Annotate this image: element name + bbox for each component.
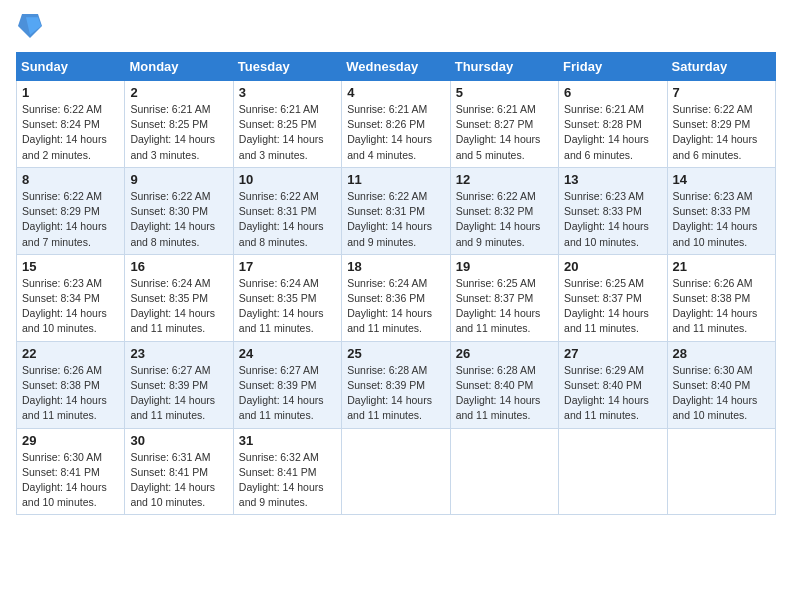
day-number: 1 [22, 85, 119, 100]
day-number: 23 [130, 346, 227, 361]
day-info: Sunrise: 6:22 AM Sunset: 8:31 PM Dayligh… [347, 189, 444, 250]
calendar-day-cell: 6 Sunrise: 6:21 AM Sunset: 8:28 PM Dayli… [559, 81, 667, 168]
logo-icon [18, 12, 42, 40]
day-info: Sunrise: 6:30 AM Sunset: 8:40 PM Dayligh… [673, 363, 770, 424]
calendar-day-cell: 21 Sunrise: 6:26 AM Sunset: 8:38 PM Dayl… [667, 254, 775, 341]
day-number: 22 [22, 346, 119, 361]
day-number: 10 [239, 172, 336, 187]
day-info: Sunrise: 6:21 AM Sunset: 8:26 PM Dayligh… [347, 102, 444, 163]
calendar-week-row: 1 Sunrise: 6:22 AM Sunset: 8:24 PM Dayli… [17, 81, 776, 168]
day-info: Sunrise: 6:22 AM Sunset: 8:32 PM Dayligh… [456, 189, 553, 250]
day-info: Sunrise: 6:21 AM Sunset: 8:25 PM Dayligh… [130, 102, 227, 163]
day-info: Sunrise: 6:25 AM Sunset: 8:37 PM Dayligh… [564, 276, 661, 337]
day-number: 4 [347, 85, 444, 100]
calendar-day-cell: 19 Sunrise: 6:25 AM Sunset: 8:37 PM Dayl… [450, 254, 558, 341]
calendar-day-cell: 7 Sunrise: 6:22 AM Sunset: 8:29 PM Dayli… [667, 81, 775, 168]
calendar-day-cell [667, 428, 775, 515]
day-number: 20 [564, 259, 661, 274]
day-number: 26 [456, 346, 553, 361]
day-info: Sunrise: 6:21 AM Sunset: 8:27 PM Dayligh… [456, 102, 553, 163]
calendar-day-cell: 15 Sunrise: 6:23 AM Sunset: 8:34 PM Dayl… [17, 254, 125, 341]
calendar-day-cell: 22 Sunrise: 6:26 AM Sunset: 8:38 PM Dayl… [17, 341, 125, 428]
day-info: Sunrise: 6:27 AM Sunset: 8:39 PM Dayligh… [130, 363, 227, 424]
calendar-week-row: 29 Sunrise: 6:30 AM Sunset: 8:41 PM Dayl… [17, 428, 776, 515]
day-number: 30 [130, 433, 227, 448]
day-info: Sunrise: 6:32 AM Sunset: 8:41 PM Dayligh… [239, 450, 336, 511]
weekday-header: Monday [125, 53, 233, 81]
day-number: 29 [22, 433, 119, 448]
day-number: 9 [130, 172, 227, 187]
day-info: Sunrise: 6:23 AM Sunset: 8:33 PM Dayligh… [673, 189, 770, 250]
calendar-table: SundayMondayTuesdayWednesdayThursdayFrid… [16, 52, 776, 515]
day-info: Sunrise: 6:21 AM Sunset: 8:28 PM Dayligh… [564, 102, 661, 163]
calendar-day-cell: 27 Sunrise: 6:29 AM Sunset: 8:40 PM Dayl… [559, 341, 667, 428]
calendar-day-cell [342, 428, 450, 515]
calendar-day-cell: 12 Sunrise: 6:22 AM Sunset: 8:32 PM Dayl… [450, 167, 558, 254]
day-number: 15 [22, 259, 119, 274]
day-number: 14 [673, 172, 770, 187]
day-info: Sunrise: 6:23 AM Sunset: 8:34 PM Dayligh… [22, 276, 119, 337]
calendar-day-cell: 14 Sunrise: 6:23 AM Sunset: 8:33 PM Dayl… [667, 167, 775, 254]
weekday-header: Friday [559, 53, 667, 81]
day-info: Sunrise: 6:22 AM Sunset: 8:24 PM Dayligh… [22, 102, 119, 163]
day-number: 7 [673, 85, 770, 100]
calendar-day-cell: 2 Sunrise: 6:21 AM Sunset: 8:25 PM Dayli… [125, 81, 233, 168]
day-info: Sunrise: 6:22 AM Sunset: 8:31 PM Dayligh… [239, 189, 336, 250]
day-info: Sunrise: 6:30 AM Sunset: 8:41 PM Dayligh… [22, 450, 119, 511]
calendar-day-cell: 4 Sunrise: 6:21 AM Sunset: 8:26 PM Dayli… [342, 81, 450, 168]
calendar-day-cell: 9 Sunrise: 6:22 AM Sunset: 8:30 PM Dayli… [125, 167, 233, 254]
day-info: Sunrise: 6:25 AM Sunset: 8:37 PM Dayligh… [456, 276, 553, 337]
calendar-week-row: 15 Sunrise: 6:23 AM Sunset: 8:34 PM Dayl… [17, 254, 776, 341]
calendar-day-cell: 13 Sunrise: 6:23 AM Sunset: 8:33 PM Dayl… [559, 167, 667, 254]
weekday-header: Thursday [450, 53, 558, 81]
calendar-day-cell: 29 Sunrise: 6:30 AM Sunset: 8:41 PM Dayl… [17, 428, 125, 515]
logo [16, 16, 42, 44]
calendar-day-cell: 3 Sunrise: 6:21 AM Sunset: 8:25 PM Dayli… [233, 81, 341, 168]
day-number: 17 [239, 259, 336, 274]
day-number: 21 [673, 259, 770, 274]
day-info: Sunrise: 6:22 AM Sunset: 8:29 PM Dayligh… [673, 102, 770, 163]
day-number: 6 [564, 85, 661, 100]
day-info: Sunrise: 6:22 AM Sunset: 8:29 PM Dayligh… [22, 189, 119, 250]
day-info: Sunrise: 6:24 AM Sunset: 8:35 PM Dayligh… [239, 276, 336, 337]
day-info: Sunrise: 6:28 AM Sunset: 8:40 PM Dayligh… [456, 363, 553, 424]
calendar-day-cell: 5 Sunrise: 6:21 AM Sunset: 8:27 PM Dayli… [450, 81, 558, 168]
calendar-day-cell: 11 Sunrise: 6:22 AM Sunset: 8:31 PM Dayl… [342, 167, 450, 254]
calendar-day-cell: 20 Sunrise: 6:25 AM Sunset: 8:37 PM Dayl… [559, 254, 667, 341]
day-number: 18 [347, 259, 444, 274]
calendar-day-cell [559, 428, 667, 515]
day-number: 16 [130, 259, 227, 274]
calendar-day-cell: 16 Sunrise: 6:24 AM Sunset: 8:35 PM Dayl… [125, 254, 233, 341]
calendar-day-cell: 30 Sunrise: 6:31 AM Sunset: 8:41 PM Dayl… [125, 428, 233, 515]
day-info: Sunrise: 6:28 AM Sunset: 8:39 PM Dayligh… [347, 363, 444, 424]
page-header [16, 16, 776, 44]
calendar-week-row: 22 Sunrise: 6:26 AM Sunset: 8:38 PM Dayl… [17, 341, 776, 428]
day-number: 11 [347, 172, 444, 187]
calendar-day-cell: 10 Sunrise: 6:22 AM Sunset: 8:31 PM Dayl… [233, 167, 341, 254]
weekday-header: Sunday [17, 53, 125, 81]
calendar-week-row: 8 Sunrise: 6:22 AM Sunset: 8:29 PM Dayli… [17, 167, 776, 254]
day-info: Sunrise: 6:31 AM Sunset: 8:41 PM Dayligh… [130, 450, 227, 511]
calendar-day-cell: 23 Sunrise: 6:27 AM Sunset: 8:39 PM Dayl… [125, 341, 233, 428]
day-number: 19 [456, 259, 553, 274]
day-number: 27 [564, 346, 661, 361]
day-number: 2 [130, 85, 227, 100]
day-number: 3 [239, 85, 336, 100]
calendar-day-cell: 25 Sunrise: 6:28 AM Sunset: 8:39 PM Dayl… [342, 341, 450, 428]
day-info: Sunrise: 6:26 AM Sunset: 8:38 PM Dayligh… [22, 363, 119, 424]
day-info: Sunrise: 6:24 AM Sunset: 8:36 PM Dayligh… [347, 276, 444, 337]
calendar-header-row: SundayMondayTuesdayWednesdayThursdayFrid… [17, 53, 776, 81]
calendar-day-cell: 24 Sunrise: 6:27 AM Sunset: 8:39 PM Dayl… [233, 341, 341, 428]
day-number: 28 [673, 346, 770, 361]
day-number: 13 [564, 172, 661, 187]
day-number: 8 [22, 172, 119, 187]
calendar-day-cell: 8 Sunrise: 6:22 AM Sunset: 8:29 PM Dayli… [17, 167, 125, 254]
calendar-day-cell [450, 428, 558, 515]
day-number: 12 [456, 172, 553, 187]
calendar-day-cell: 26 Sunrise: 6:28 AM Sunset: 8:40 PM Dayl… [450, 341, 558, 428]
day-number: 25 [347, 346, 444, 361]
day-number: 5 [456, 85, 553, 100]
day-info: Sunrise: 6:29 AM Sunset: 8:40 PM Dayligh… [564, 363, 661, 424]
calendar-day-cell: 18 Sunrise: 6:24 AM Sunset: 8:36 PM Dayl… [342, 254, 450, 341]
calendar-day-cell: 1 Sunrise: 6:22 AM Sunset: 8:24 PM Dayli… [17, 81, 125, 168]
